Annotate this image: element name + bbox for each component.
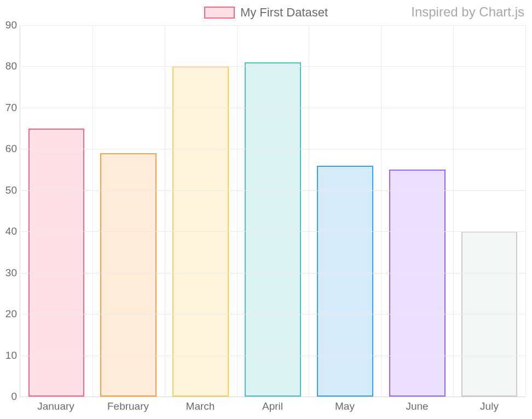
grid-line <box>20 149 525 149</box>
grid-v-sep <box>237 25 238 397</box>
y-tick-label: 70 <box>1 102 17 114</box>
chart-header: My First Dataset Inspired by Chart.js <box>0 0 532 25</box>
x-tick-label: July <box>480 400 499 412</box>
grid-line <box>20 356 525 356</box>
grid-line <box>20 66 525 67</box>
bar-january[interactable] <box>28 129 85 397</box>
y-tick-label: 50 <box>1 184 17 196</box>
legend-label: My First Dataset <box>240 5 328 20</box>
grid-line <box>20 231 525 232</box>
grid-line <box>20 190 525 191</box>
y-tick-label: 10 <box>1 350 17 362</box>
bar-may[interactable] <box>317 166 373 397</box>
x-tick-label: March <box>186 400 215 412</box>
grid-line <box>20 273 525 273</box>
y-tick-label: 20 <box>1 308 17 320</box>
bar-june[interactable] <box>389 170 446 397</box>
grid-line <box>20 25 525 26</box>
y-tick-label: 30 <box>1 267 17 279</box>
grid-line <box>20 314 525 315</box>
legend-swatch <box>204 7 235 19</box>
x-tick-label: May <box>335 400 355 412</box>
y-tick-label: 60 <box>1 143 17 155</box>
credit-text: Inspired by Chart.js <box>411 4 524 20</box>
grid-v-sep <box>381 25 381 397</box>
y-tick-label: 80 <box>1 60 17 72</box>
x-tick-label: June <box>406 400 428 412</box>
x-tick-label: February <box>107 400 149 412</box>
grid-v-sep <box>165 25 165 397</box>
x-tick-label: April <box>262 400 283 412</box>
grid-v-sep <box>309 25 309 397</box>
bar-april[interactable] <box>245 62 301 397</box>
y-tick-label: 40 <box>1 225 17 237</box>
plot-area: 0102030405060708090 <box>20 25 525 397</box>
x-axis: JanuaryFebruaryMarchAprilMayJuneJuly <box>20 397 525 419</box>
y-tick-label: 90 <box>1 19 17 31</box>
y-tick-label: 0 <box>1 391 17 403</box>
grid-v-sep <box>453 25 454 397</box>
x-tick-label: January <box>37 400 74 412</box>
grid-v-sep <box>92 25 93 397</box>
bars-layer <box>20 25 525 397</box>
legend[interactable]: My First Dataset <box>204 5 328 20</box>
grid-v-sep <box>525 25 526 397</box>
grid-line <box>20 108 525 108</box>
bar-february[interactable] <box>100 153 157 397</box>
chart-container: My First Dataset Inspired by Chart.js 01… <box>0 0 532 419</box>
